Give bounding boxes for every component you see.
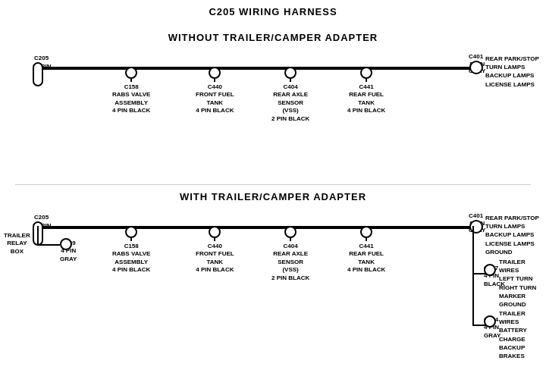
section2-main-line [43,226,472,229]
page: C205 WIRING HARNESS WITHOUT TRAILER/CAMP… [0,0,546,392]
s1-right-circle [469,61,483,74]
section2-right-connector: C401 8 PIN GRAY [469,212,485,234]
s2-c158: C158RABS VALVEASSEMBLY4 PIN BLACK [112,226,150,274]
s1-left-id: C205 [34,55,51,61]
section1-label: WITHOUT TRAILER/CAMPER ADAPTER [0,32,546,43]
s2-c441: C441REAR FUELTANK4 PIN BLACK [347,226,385,274]
section1-right-connector: C401 8 PIN GRAY [469,53,485,74]
s1-left-rect [33,62,43,86]
s2-right-vline [472,226,474,325]
divider [15,184,531,185]
section1-left-connector: C205 24 PIN [33,55,51,70]
main-title: C205 WIRING HARNESS [0,0,546,17]
s2-right-circle [469,220,483,234]
s1-c158: C158RABS VALVEASSEMBLY4 PIN BLACK [112,67,150,115]
s2-c440: C440FRONT FUELTANK4 PIN BLACK [196,226,234,274]
s1-right-desc: REAR PARK/STOPTURN LAMPSBACKUP LAMPSLICE… [485,55,539,89]
s1-c440: C440FRONT FUELTANK4 PIN BLACK [196,67,234,115]
s2-right-desc: REAR PARK/STOPTURN LAMPSBACKUP LAMPSLICE… [485,214,539,256]
s1-c441: C441REAR FUELTANK4 PIN BLACK [347,67,385,115]
section1-main-line [43,67,472,70]
s2-c404: C404REAR AXLESENSOR(VSS)2 PIN BLACK [271,226,309,282]
section2-left-connector: C205 24 PIN [33,214,51,229]
s2-right-id: C401 [469,212,485,219]
s2-left-id: C205 [34,214,51,221]
s1-c404: C404REAR AXLESENSOR(VSS)2 PIN BLACK [271,67,309,123]
section2-label: WITH TRAILER/CAMPER ADAPTER [0,191,546,202]
s1-right-id: C401 [469,53,485,60]
